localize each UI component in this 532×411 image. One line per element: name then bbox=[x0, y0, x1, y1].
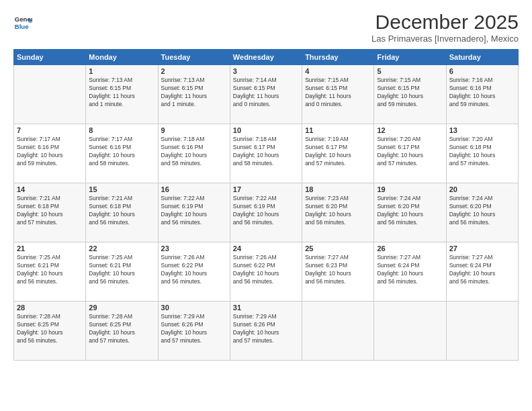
day-cell: 25Sunrise: 7:27 AM Sunset: 6:23 PM Dayli… bbox=[302, 242, 374, 302]
day-cell: 28Sunrise: 7:28 AM Sunset: 6:25 PM Dayli… bbox=[14, 302, 86, 361]
day-cell: 9Sunrise: 7:18 AM Sunset: 6:16 PM Daylig… bbox=[158, 124, 230, 183]
day-info: Sunrise: 7:28 AM Sunset: 6:25 PM Dayligh… bbox=[89, 313, 154, 345]
day-cell: 1Sunrise: 7:13 AM Sunset: 6:15 PM Daylig… bbox=[86, 65, 158, 124]
day-cell: 8Sunrise: 7:17 AM Sunset: 6:16 PM Daylig… bbox=[86, 124, 158, 183]
day-number: 23 bbox=[161, 244, 227, 253]
title-section: December 2025 Las Primaveras [Invernader… bbox=[371, 11, 519, 44]
day-info: Sunrise: 7:24 AM Sunset: 6:20 PM Dayligh… bbox=[377, 195, 443, 227]
day-info: Sunrise: 7:21 AM Sunset: 6:18 PM Dayligh… bbox=[17, 195, 83, 227]
day-info: Sunrise: 7:27 AM Sunset: 6:24 PM Dayligh… bbox=[449, 254, 515, 286]
day-info: Sunrise: 7:14 AM Sunset: 6:15 PM Dayligh… bbox=[233, 77, 299, 109]
calendar-table: SundayMondayTuesdayWednesdayThursdayFrid… bbox=[13, 49, 519, 361]
day-cell: 14Sunrise: 7:21 AM Sunset: 6:18 PM Dayli… bbox=[14, 183, 86, 242]
week-row-4: 21Sunrise: 7:25 AM Sunset: 6:21 PM Dayli… bbox=[14, 242, 519, 302]
day-number: 2 bbox=[161, 67, 227, 75]
day-info: Sunrise: 7:20 AM Sunset: 6:17 PM Dayligh… bbox=[377, 136, 443, 168]
day-info: Sunrise: 7:20 AM Sunset: 6:18 PM Dayligh… bbox=[449, 136, 515, 168]
day-cell: 7Sunrise: 7:17 AM Sunset: 6:16 PM Daylig… bbox=[14, 124, 86, 183]
day-number: 16 bbox=[161, 185, 227, 193]
day-number: 12 bbox=[377, 126, 443, 134]
month-title: December 2025 bbox=[371, 11, 519, 34]
day-number: 17 bbox=[233, 185, 299, 193]
day-number: 7 bbox=[17, 126, 83, 134]
day-cell: 24Sunrise: 7:26 AM Sunset: 6:22 PM Dayli… bbox=[230, 242, 302, 302]
day-cell: 13Sunrise: 7:20 AM Sunset: 6:18 PM Dayli… bbox=[446, 124, 518, 183]
day-number: 1 bbox=[89, 67, 154, 75]
logo-icon: General Blue bbox=[13, 13, 32, 32]
day-info: Sunrise: 7:25 AM Sunset: 6:21 PM Dayligh… bbox=[17, 254, 83, 286]
day-info: Sunrise: 7:16 AM Sunset: 6:16 PM Dayligh… bbox=[449, 77, 515, 109]
day-info: Sunrise: 7:21 AM Sunset: 6:18 PM Dayligh… bbox=[89, 195, 154, 227]
day-number: 3 bbox=[233, 67, 299, 75]
day-info: Sunrise: 7:17 AM Sunset: 6:16 PM Dayligh… bbox=[89, 136, 154, 168]
day-info: Sunrise: 7:17 AM Sunset: 6:16 PM Dayligh… bbox=[17, 136, 83, 168]
col-header-wednesday: Wednesday bbox=[230, 50, 302, 65]
col-header-tuesday: Tuesday bbox=[158, 50, 230, 65]
day-number: 21 bbox=[17, 244, 83, 253]
week-row-5: 28Sunrise: 7:28 AM Sunset: 6:25 PM Dayli… bbox=[14, 302, 519, 361]
col-header-saturday: Saturday bbox=[446, 50, 518, 65]
day-info: Sunrise: 7:15 AM Sunset: 6:15 PM Dayligh… bbox=[305, 77, 371, 109]
day-cell bbox=[14, 65, 86, 124]
day-number: 27 bbox=[449, 244, 515, 253]
day-info: Sunrise: 7:18 AM Sunset: 6:16 PM Dayligh… bbox=[161, 136, 227, 168]
day-number: 5 bbox=[377, 67, 443, 75]
week-row-1: 1Sunrise: 7:13 AM Sunset: 6:15 PM Daylig… bbox=[14, 65, 519, 124]
day-number: 26 bbox=[377, 244, 443, 253]
day-number: 8 bbox=[89, 126, 154, 134]
day-info: Sunrise: 7:28 AM Sunset: 6:25 PM Dayligh… bbox=[17, 313, 83, 345]
day-cell: 19Sunrise: 7:24 AM Sunset: 6:20 PM Dayli… bbox=[374, 183, 446, 242]
calendar-page: General Blue December 2025 Las Primavera… bbox=[0, 0, 532, 411]
col-header-monday: Monday bbox=[86, 50, 158, 65]
day-info: Sunrise: 7:25 AM Sunset: 6:21 PM Dayligh… bbox=[89, 254, 154, 286]
day-info: Sunrise: 7:19 AM Sunset: 6:17 PM Dayligh… bbox=[305, 136, 371, 168]
day-info: Sunrise: 7:22 AM Sunset: 6:19 PM Dayligh… bbox=[233, 195, 299, 227]
day-cell: 23Sunrise: 7:26 AM Sunset: 6:22 PM Dayli… bbox=[158, 242, 230, 302]
day-number: 9 bbox=[161, 126, 227, 134]
day-number: 10 bbox=[233, 126, 299, 134]
day-cell: 20Sunrise: 7:24 AM Sunset: 6:20 PM Dayli… bbox=[446, 183, 518, 242]
day-number: 25 bbox=[305, 244, 371, 253]
col-header-sunday: Sunday bbox=[14, 50, 86, 65]
week-row-2: 7Sunrise: 7:17 AM Sunset: 6:16 PM Daylig… bbox=[14, 124, 519, 183]
day-cell: 17Sunrise: 7:22 AM Sunset: 6:19 PM Dayli… bbox=[230, 183, 302, 242]
subtitle: Las Primaveras [Invernadero], Mexico bbox=[371, 34, 519, 44]
day-info: Sunrise: 7:13 AM Sunset: 6:15 PM Dayligh… bbox=[89, 77, 154, 109]
day-cell: 30Sunrise: 7:29 AM Sunset: 6:26 PM Dayli… bbox=[158, 302, 230, 361]
header-row: SundayMondayTuesdayWednesdayThursdayFrid… bbox=[14, 50, 519, 65]
day-number: 14 bbox=[17, 185, 83, 193]
svg-text:Blue: Blue bbox=[15, 23, 29, 30]
day-number: 6 bbox=[449, 67, 515, 75]
week-row-3: 14Sunrise: 7:21 AM Sunset: 6:18 PM Dayli… bbox=[14, 183, 519, 242]
day-info: Sunrise: 7:26 AM Sunset: 6:22 PM Dayligh… bbox=[161, 254, 227, 286]
day-cell: 16Sunrise: 7:22 AM Sunset: 6:19 PM Dayli… bbox=[158, 183, 230, 242]
day-info: Sunrise: 7:22 AM Sunset: 6:19 PM Dayligh… bbox=[161, 195, 227, 227]
col-header-thursday: Thursday bbox=[302, 50, 374, 65]
day-number: 29 bbox=[89, 304, 154, 312]
day-info: Sunrise: 7:24 AM Sunset: 6:20 PM Dayligh… bbox=[449, 195, 515, 227]
logo: General Blue bbox=[13, 13, 34, 32]
day-cell: 11Sunrise: 7:19 AM Sunset: 6:17 PM Dayli… bbox=[302, 124, 374, 183]
day-info: Sunrise: 7:27 AM Sunset: 6:24 PM Dayligh… bbox=[377, 254, 443, 286]
day-cell: 4Sunrise: 7:15 AM Sunset: 6:15 PM Daylig… bbox=[302, 65, 374, 124]
day-cell: 5Sunrise: 7:15 AM Sunset: 6:15 PM Daylig… bbox=[374, 65, 446, 124]
day-number: 31 bbox=[233, 304, 299, 312]
day-cell: 18Sunrise: 7:23 AM Sunset: 6:20 PM Dayli… bbox=[302, 183, 374, 242]
day-number: 30 bbox=[161, 304, 227, 312]
day-number: 28 bbox=[17, 304, 83, 312]
day-number: 11 bbox=[305, 126, 371, 134]
day-cell: 29Sunrise: 7:28 AM Sunset: 6:25 PM Dayli… bbox=[86, 302, 158, 361]
day-number: 13 bbox=[449, 126, 515, 134]
day-cell bbox=[302, 302, 374, 361]
day-cell: 12Sunrise: 7:20 AM Sunset: 6:17 PM Dayli… bbox=[374, 124, 446, 183]
day-cell bbox=[446, 302, 518, 361]
day-number: 18 bbox=[305, 185, 371, 193]
day-cell: 31Sunrise: 7:29 AM Sunset: 6:26 PM Dayli… bbox=[230, 302, 302, 361]
day-cell: 27Sunrise: 7:27 AM Sunset: 6:24 PM Dayli… bbox=[446, 242, 518, 302]
day-cell: 3Sunrise: 7:14 AM Sunset: 6:15 PM Daylig… bbox=[230, 65, 302, 124]
day-cell: 15Sunrise: 7:21 AM Sunset: 6:18 PM Dayli… bbox=[86, 183, 158, 242]
day-cell: 6Sunrise: 7:16 AM Sunset: 6:16 PM Daylig… bbox=[446, 65, 518, 124]
day-number: 19 bbox=[377, 185, 443, 193]
day-info: Sunrise: 7:13 AM Sunset: 6:15 PM Dayligh… bbox=[161, 77, 227, 109]
day-number: 15 bbox=[89, 185, 154, 193]
